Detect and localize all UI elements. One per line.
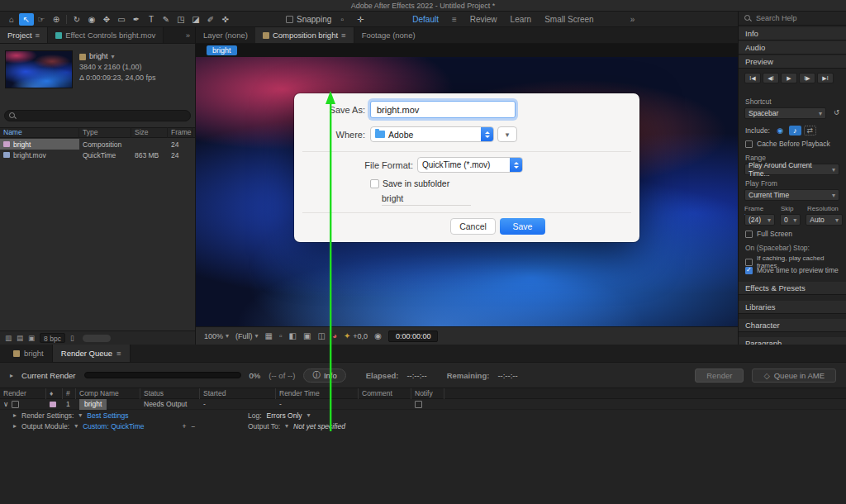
project-row-bright[interactable]: bright Composition 24: [0, 139, 195, 150]
column-size[interactable]: Size: [131, 127, 168, 138]
expand-icon[interactable]: ▸: [13, 411, 17, 419]
snap-option-a-icon[interactable]: ▫: [335, 13, 349, 26]
project-search-input[interactable]: [4, 110, 191, 121]
bit-depth-button[interactable]: 8 bpc: [40, 333, 65, 343]
column-started[interactable]: Started: [200, 388, 276, 399]
column-name[interactable]: Name: [0, 127, 79, 138]
magnification-dropdown[interactable]: 100% ▾: [204, 332, 229, 340]
expand-icon[interactable]: ▸: [13, 422, 17, 430]
camera-tool-icon[interactable]: ◉: [84, 13, 99, 26]
output-module-link[interactable]: Custom: QuickTime: [83, 422, 144, 430]
save-button[interactable]: Save: [500, 218, 545, 235]
move-time-checkbox[interactable]: [745, 267, 753, 274]
save-in-subfolder-checkbox[interactable]: [370, 179, 379, 188]
panel-libraries[interactable]: Libraries: [739, 301, 846, 314]
render-enable-checkbox[interactable]: [12, 401, 19, 408]
resolution-dropdown[interactable]: (Full) ▾: [235, 332, 259, 340]
tab-render-queue[interactable]: Render Queue ≡: [52, 345, 131, 362]
orbit-tool-icon[interactable]: ↻: [69, 13, 84, 26]
chevron-down-icon[interactable]: ▾: [74, 422, 78, 430]
column-notify-bell-icon[interactable]: ♦: [46, 388, 63, 399]
pan-behind-tool-icon[interactable]: ✥: [99, 13, 114, 26]
queue-row-bright[interactable]: ∨ 1 bright Needs Output - -: [0, 399, 846, 410]
play-button[interactable]: ▶: [781, 73, 797, 83]
workspace-learn[interactable]: Learn: [511, 15, 532, 24]
type-tool-icon[interactable]: T: [144, 13, 159, 26]
pen-tool-icon[interactable]: ✒: [129, 13, 144, 26]
shortcut-dropdown[interactable]: Spacebar ▾: [744, 107, 826, 119]
column-notify[interactable]: Notify: [411, 388, 444, 399]
log-dropdown[interactable]: Errors Only: [267, 411, 302, 420]
column-number[interactable]: #: [63, 388, 76, 399]
panel-info[interactable]: Info: [739, 27, 846, 40]
tab-effect-controls[interactable]: Effect Controls bright.mov: [48, 27, 164, 43]
zoom-tool-icon[interactable]: ⊕: [49, 13, 64, 26]
viewer-timecode[interactable]: 0:00:00:00: [388, 330, 439, 342]
workspace-default[interactable]: Default: [412, 15, 439, 24]
panel-effects-presets[interactable]: Effects & Presets: [739, 282, 846, 295]
brush-tool-icon[interactable]: ✎: [159, 13, 173, 26]
cancel-button[interactable]: Cancel: [450, 218, 496, 235]
snapping-checkbox[interactable]: [286, 16, 293, 23]
workspace-small-screen[interactable]: Small Screen: [544, 15, 593, 24]
include-video-eye-icon[interactable]: ◉: [774, 126, 787, 136]
subfolder-name-field[interactable]: bright: [382, 193, 471, 206]
home-icon[interactable]: ⌂: [4, 13, 19, 26]
tab-project[interactable]: Project ≡: [0, 27, 48, 43]
workspace-review[interactable]: Review: [470, 15, 497, 24]
include-overlays-icon[interactable]: ⇄: [804, 126, 816, 136]
previous-frame-button[interactable]: ◀I: [763, 73, 779, 83]
tab-overflow-icon[interactable]: »: [181, 27, 195, 43]
resolution-preview-dropdown[interactable]: Auto ▾: [806, 214, 843, 226]
skip-dropdown[interactable]: 0 ▾: [780, 214, 801, 226]
include-audio-icon[interactable]: ♪: [789, 126, 801, 136]
panel-menu-icon[interactable]: ≡: [36, 31, 40, 40]
item-caret-icon[interactable]: ▾: [112, 51, 115, 62]
snapshot-icon[interactable]: ◉: [374, 331, 382, 340]
expand-dialog-button[interactable]: ▾: [497, 126, 517, 142]
guides-icon[interactable]: ▫: [279, 331, 283, 340]
file-format-dropdown[interactable]: QuickTime (*.mov): [417, 157, 523, 173]
snap-option-b-icon[interactable]: ✛: [353, 13, 368, 26]
column-comment[interactable]: Comment: [359, 388, 411, 399]
chevron-down-icon[interactable]: ▾: [285, 422, 288, 430]
trash-icon[interactable]: ▯: [70, 334, 74, 342]
column-comp-name[interactable]: Comp Name: [76, 388, 140, 399]
chevron-down-icon[interactable]: ▾: [78, 411, 82, 419]
column-render-time[interactable]: Render Time: [276, 388, 359, 399]
queue-in-ame-button[interactable]: ◇ Queue in AME: [752, 368, 836, 383]
column-status[interactable]: Status: [140, 388, 200, 399]
hand-tool-icon[interactable]: ☞: [34, 13, 49, 26]
grid-icon[interactable]: ▦: [265, 331, 273, 340]
thumbnail-size-slider[interactable]: [83, 335, 111, 342]
project-row-bright-mov[interactable]: bright.mov QuickTime 863 MB 24: [0, 150, 195, 160]
roto-brush-tool-icon[interactable]: ✐: [203, 13, 218, 26]
puppet-pin-tool-icon[interactable]: ✜: [218, 13, 233, 26]
tab-bright-timeline[interactable]: bright: [5, 345, 52, 362]
panel-menu-icon[interactable]: ≡: [341, 31, 346, 40]
last-frame-button[interactable]: ▶I: [817, 73, 834, 83]
range-dropdown[interactable]: Play Around Current Time... ▾: [744, 164, 839, 175]
tab-footage[interactable]: Footage (none): [354, 27, 423, 43]
panel-character[interactable]: Character: [739, 319, 846, 332]
render-settings-link[interactable]: Best Settings: [87, 411, 128, 420]
column-render[interactable]: Render: [0, 388, 46, 399]
column-framerate[interactable]: Frame Ra...: [168, 127, 192, 138]
next-frame-button[interactable]: I▶: [799, 73, 815, 83]
workspace-overflow-icon[interactable]: »: [630, 15, 635, 24]
tab-composition[interactable]: Composition bright ≡: [255, 27, 354, 43]
reset-shortcut-icon[interactable]: ↺: [834, 108, 839, 116]
notify-checkbox[interactable]: [415, 401, 422, 408]
render-button[interactable]: Render: [695, 368, 744, 383]
where-dropdown[interactable]: Adobe: [370, 126, 494, 142]
new-folder-icon[interactable]: ▤: [17, 334, 23, 342]
help-search-input[interactable]: Search Help: [739, 12, 846, 26]
remove-output-module-icon[interactable]: −: [191, 422, 195, 430]
interpret-footage-icon[interactable]: ▥: [5, 334, 12, 342]
exposure-control[interactable]: ✦ +0,0: [344, 331, 368, 340]
column-type[interactable]: Type: [79, 127, 131, 138]
clone-stamp-tool-icon[interactable]: ◳: [173, 13, 188, 26]
collapse-icon[interactable]: ▸: [10, 372, 13, 379]
tab-layer[interactable]: Layer (none): [196, 27, 255, 43]
eraser-tool-icon[interactable]: ◪: [188, 13, 203, 26]
